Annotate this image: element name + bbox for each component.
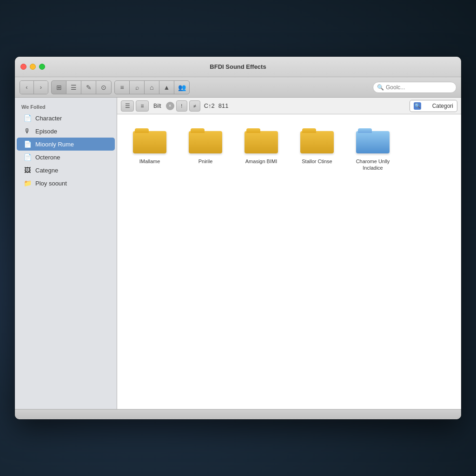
gallery-view-button[interactable]: ⊙ bbox=[96, 81, 111, 94]
file-item-amasign[interactable]: Amasign BIMI bbox=[238, 124, 284, 175]
file-label-amasign: Amasign BIMI bbox=[245, 158, 277, 165]
file-label-stallor: Stallor Ctinse bbox=[302, 158, 332, 165]
sidebar-item-episode[interactable]: 🎙 Episode bbox=[17, 125, 115, 138]
back-button[interactable]: ‹ bbox=[20, 81, 34, 94]
playsoount-icon: 📁 bbox=[23, 179, 32, 187]
action-button-5[interactable]: 👥 bbox=[174, 81, 189, 94]
minimize-button[interactable] bbox=[30, 64, 36, 70]
search-bar[interactable]: 🔍 bbox=[373, 82, 456, 93]
path-bar: ☰ ≡ Bilt × ! ≠ C↑2 811 🔍 Categori bbox=[117, 98, 461, 114]
sidebar-label-episode: Episode bbox=[35, 128, 57, 135]
filter-label: Bilt bbox=[151, 103, 164, 109]
view-group: ⊞ ☰ ✎ ⊙ bbox=[51, 80, 112, 94]
window-title: BFDI Sound Effects bbox=[210, 63, 266, 70]
action-button-3[interactable]: ⌂ bbox=[145, 81, 159, 94]
badge-2[interactable]: ≠ bbox=[189, 100, 200, 112]
sidebar-label-playsoount: Ploy soount bbox=[35, 180, 67, 187]
folder-icon-amasign bbox=[245, 127, 278, 155]
total-count: 811 bbox=[218, 102, 229, 109]
list-view-button[interactable]: ☰ bbox=[66, 81, 81, 94]
folder-shape bbox=[245, 127, 278, 153]
action-button-1[interactable]: ≡ bbox=[115, 81, 130, 94]
search-input[interactable] bbox=[386, 84, 452, 91]
category-dropdown-icon: 🔍 bbox=[414, 102, 421, 110]
close-button[interactable] bbox=[20, 64, 26, 70]
title-bar: BFDI Sound Effects bbox=[15, 57, 461, 77]
sidebar: We Folled 📄 Character 🎙 Episode 📄 Mioonl… bbox=[15, 98, 117, 409]
filter-close[interactable]: × bbox=[166, 102, 174, 110]
folder-shape bbox=[300, 127, 334, 153]
octerone-icon: 📄 bbox=[23, 153, 32, 161]
search-icon: 🔍 bbox=[377, 84, 384, 91]
action-group: ≡ ⌕ ⌂ ▲ 👥 bbox=[114, 80, 190, 94]
bottom-bar bbox=[15, 409, 461, 419]
sidebar-label-character: Character bbox=[35, 115, 62, 122]
finder-window: BFDI Sound Effects ‹ › ⊞ ☰ ✎ ⊙ ≡ ⌕ ⌂ ▲ 👥… bbox=[15, 57, 461, 419]
path-badges: ! ≠ bbox=[176, 100, 200, 112]
folder-icon-stallor bbox=[300, 127, 334, 155]
action-button-4[interactable]: ▲ bbox=[159, 81, 174, 94]
file-grid: IMallame Pnirile Amasign BIMI bbox=[117, 114, 461, 409]
content-area: We Folled 📄 Character 🎙 Episode 📄 Mioonl… bbox=[15, 98, 461, 409]
sidebar-label-mioonly: Mioonly Rume bbox=[35, 141, 74, 148]
traffic-lights bbox=[20, 64, 45, 70]
view-btn-2[interactable]: ≡ bbox=[136, 100, 149, 112]
file-item-charome[interactable]: Charome Unlly Incladice bbox=[350, 124, 396, 175]
category-dropdown[interactable]: 🔍 Categori bbox=[410, 100, 457, 112]
folder-shape-blue bbox=[356, 127, 390, 153]
view-btn-1[interactable]: ☰ bbox=[121, 100, 134, 112]
sidebar-item-categne[interactable]: 🖼 Categne bbox=[17, 164, 115, 177]
character-icon: 📄 bbox=[23, 114, 32, 122]
file-item-pnirile[interactable]: Pnirile bbox=[182, 124, 229, 175]
sidebar-item-octerone[interactable]: 📄 Octerone bbox=[17, 151, 115, 164]
folder-shape bbox=[133, 127, 166, 153]
sidebar-item-character[interactable]: 📄 Character bbox=[17, 112, 115, 125]
file-item-stallor[interactable]: Stallor Ctinse bbox=[294, 124, 340, 175]
file-item-imallame[interactable]: IMallame bbox=[126, 124, 173, 175]
sidebar-label-categne: Categne bbox=[35, 167, 58, 174]
sidebar-item-playsoount[interactable]: 📁 Ploy soount bbox=[17, 177, 115, 190]
sidebar-item-mioonly[interactable]: 📄 Mioonly Rume bbox=[17, 138, 115, 151]
folder-icon-charome bbox=[356, 127, 390, 155]
nav-buttons: ‹ › bbox=[20, 80, 48, 94]
toolbar: ‹ › ⊞ ☰ ✎ ⊙ ≡ ⌕ ⌂ ▲ 👥 🔍 bbox=[15, 77, 461, 98]
category-label: Categori bbox=[432, 103, 453, 109]
column-view-button[interactable]: ✎ bbox=[81, 81, 96, 94]
count-label: C↑2 bbox=[204, 102, 215, 109]
sidebar-header: We Folled bbox=[15, 101, 117, 112]
file-label-charome: Charome Unlly Incladice bbox=[353, 158, 392, 172]
file-label-pnirile: Pnirile bbox=[198, 158, 213, 165]
episode-icon: 🎙 bbox=[23, 127, 32, 135]
icon-view-button[interactable]: ⊞ bbox=[52, 81, 66, 94]
file-label-imallame: IMallame bbox=[139, 158, 160, 165]
action-button-2[interactable]: ⌕ bbox=[130, 81, 145, 94]
forward-button[interactable]: › bbox=[34, 81, 48, 94]
categne-icon: 🖼 bbox=[23, 166, 32, 174]
badge-1[interactable]: ! bbox=[176, 100, 187, 112]
maximize-button[interactable] bbox=[39, 64, 45, 70]
folder-shape bbox=[189, 127, 222, 153]
mioonly-icon: 📄 bbox=[23, 140, 32, 148]
folder-icon-imallame bbox=[133, 127, 166, 155]
folder-icon-pnirile bbox=[189, 127, 222, 155]
sidebar-label-octerone: Octerone bbox=[35, 154, 60, 161]
